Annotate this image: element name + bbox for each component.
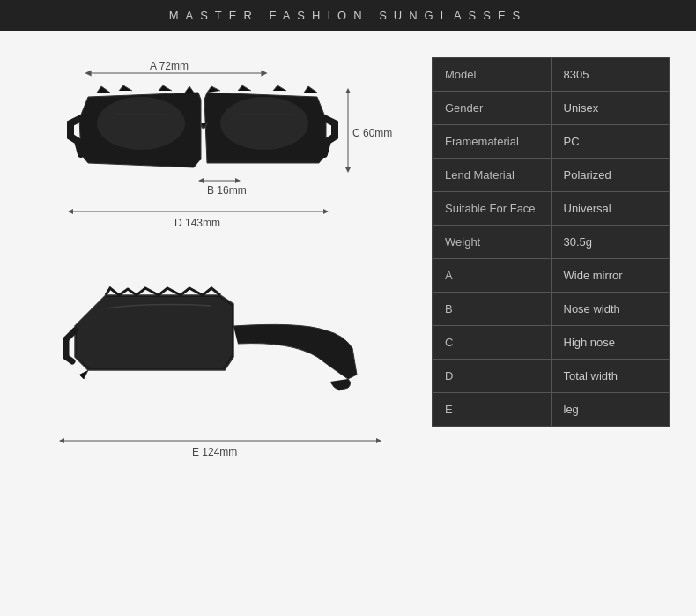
specs-value: Polarized: [552, 159, 670, 191]
specs-key: Gender: [433, 92, 552, 124]
svg-text:E 124mm: E 124mm: [192, 446, 237, 458]
specs-key: E: [433, 393, 552, 426]
specs-table: Model 8305 Gender Unisex Framematerial P…: [432, 57, 670, 427]
svg-point-4: [220, 97, 308, 150]
specs-value: Unisex: [552, 92, 670, 124]
specs-row: E leg: [433, 393, 669, 426]
glasses-side-view: E 124mm: [44, 260, 396, 463]
specs-value: 30.5g: [552, 226, 670, 258]
svg-text:B 16mm: B 16mm: [207, 184, 247, 197]
svg-text:A 72mm: A 72mm: [150, 60, 189, 72]
specs-key: Lend Material: [433, 159, 552, 191]
specs-value: Nose width: [552, 293, 670, 325]
specs-value: PC: [552, 125, 670, 158]
svg-text:D 143mm: D 143mm: [174, 217, 220, 229]
specs-row: Model 8305: [433, 58, 669, 92]
specs-row: Lend Material Polarized: [433, 159, 669, 192]
specs-key: Model: [433, 58, 552, 91]
specs-value: Total width: [552, 360, 670, 392]
specs-value: leg: [552, 393, 670, 426]
specs-row: Framematerial PC: [433, 125, 669, 159]
header-title: MASTER FASHION SUNGLASSES: [169, 9, 528, 22]
specs-value: 8305: [552, 58, 670, 91]
specs-key: D: [433, 360, 552, 392]
main-content: A 72mm: [0, 31, 696, 613]
glasses-top-view: A 72mm: [44, 57, 396, 251]
specs-key: Framematerial: [433, 125, 552, 158]
specs-value: Universal: [552, 192, 670, 225]
specs-row: Gender Unisex: [433, 92, 669, 125]
specs-key: C: [433, 326, 552, 359]
svg-point-2: [97, 97, 185, 150]
specs-value: High nose: [552, 326, 670, 359]
specs-row: Suitable For Face Universal: [433, 192, 669, 226]
product-section: A 72mm: [26, 48, 414, 596]
specs-row: A Wide mirror: [433, 259, 669, 293]
specs-value: Wide mirror: [552, 259, 670, 292]
site-header: MASTER FASHION SUNGLASSES: [0, 0, 696, 31]
specs-key: Weight: [433, 226, 552, 258]
specs-row: Weight 30.5g: [433, 226, 669, 259]
specs-row: C High nose: [433, 326, 669, 360]
specs-key: A: [433, 259, 552, 292]
specs-row: B Nose width: [433, 293, 669, 326]
specs-key: Suitable For Face: [433, 192, 552, 225]
svg-text:C 60mm: C 60mm: [352, 127, 392, 139]
specs-row: D Total width: [433, 360, 669, 393]
specs-key: B: [433, 293, 552, 325]
